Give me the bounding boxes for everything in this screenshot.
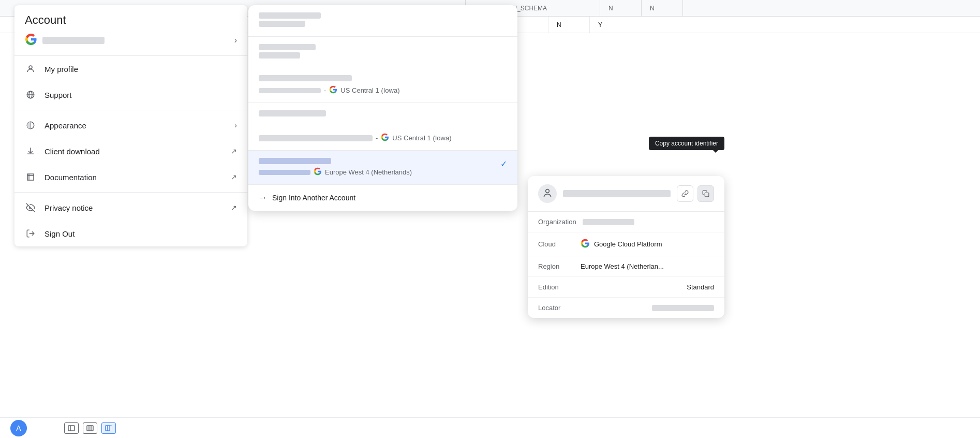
- book-icon: [25, 171, 36, 183]
- account-menu: Account › My profile: [14, 5, 247, 246]
- table-cell-n3: N: [548, 17, 590, 33]
- selected-region-label: Europe West 4 (Netherlands): [325, 168, 412, 176]
- info-panel-header: [528, 176, 724, 212]
- appearance-chevron-icon: ›: [234, 121, 237, 129]
- layout-left-panel-button[interactable]: [64, 422, 79, 434]
- account-item-5[interactable]: - US Central 1 (Iowa): [248, 126, 517, 150]
- info-row-edition: Edition Standard: [528, 277, 724, 298]
- eye-slash-icon: [25, 202, 36, 213]
- account-switcher: - US Central 1 (Iowa) -: [248, 5, 517, 211]
- account-name: [42, 37, 105, 44]
- gcp-logo-icon-selected: [314, 167, 322, 177]
- info-row-region: Region Europe West 4 (Netherlan...: [528, 256, 724, 277]
- account-item-2[interactable]: [248, 37, 517, 68]
- selected-account-name: [259, 158, 331, 164]
- account-item-4[interactable]: [248, 103, 517, 126]
- svg-rect-7: [705, 193, 709, 197]
- cloud-label: Cloud: [538, 240, 574, 248]
- account-email-blur-2: [259, 52, 300, 59]
- table-col-n1: N: [600, 0, 642, 16]
- region-value: Europe West 4 (Netherlan...: [581, 262, 714, 270]
- chevron-right-icon: ›: [234, 36, 237, 45]
- menu-divider-2: [14, 192, 247, 193]
- sidebar-item-privacy-notice[interactable]: Privacy notice ↗: [14, 195, 247, 221]
- info-row-locator: Locator: [528, 298, 724, 318]
- table-col-n2: N: [642, 0, 683, 16]
- account-name-blur-5: [259, 135, 373, 141]
- locator-value-blur: [652, 305, 714, 311]
- gcp-logo-icon-5: [381, 133, 389, 143]
- account-header: Account ›: [14, 5, 247, 56]
- sign-out-icon: [25, 228, 36, 239]
- region-label: Region: [538, 262, 574, 270]
- account-name-blur-2: [259, 44, 316, 50]
- person-icon: [25, 63, 36, 75]
- sign-into-another-label: Sign Into Another Account: [272, 194, 355, 202]
- edition-value: Standard: [581, 283, 714, 291]
- client-download-label: Client download: [44, 147, 222, 156]
- bottom-bar: A: [0, 417, 980, 438]
- link-button[interactable]: [677, 185, 693, 202]
- arrow-right-icon: →: [259, 193, 267, 202]
- selected-account-item[interactable]: Europe West 4 (Netherlands) ✓: [248, 151, 517, 184]
- org-value-blur: [583, 219, 634, 225]
- account-name-blur-info: [563, 190, 671, 197]
- sign-out-label: Sign Out: [44, 229, 237, 238]
- region-label-5: US Central 1 (Iowa): [392, 134, 451, 142]
- cloud-value: Google Cloud Platform: [581, 239, 714, 250]
- user-avatar[interactable]: A: [10, 420, 27, 436]
- sidebar-item-sign-out[interactable]: Sign Out: [14, 221, 247, 246]
- region-label-3: US Central 1 (Iowa): [340, 86, 399, 94]
- gcp-cloud-logo-icon: [581, 239, 590, 250]
- documentation-label: Documentation: [44, 173, 222, 182]
- globe-icon: [25, 89, 36, 100]
- svg-point-0: [29, 66, 32, 69]
- sidebar-item-support[interactable]: Support: [14, 82, 247, 108]
- selected-account-sub: [259, 170, 310, 175]
- cloud-platform-label: Google Cloud Platform: [594, 240, 662, 248]
- dash-separator-3: -: [324, 86, 326, 94]
- layout-right-panel-button[interactable]: [101, 422, 116, 434]
- account-avatar-icon: [538, 184, 557, 203]
- avatar-letter: A: [16, 424, 21, 432]
- account-email-blur-1: [259, 21, 305, 27]
- support-label: Support: [44, 91, 237, 99]
- copy-identifier-button[interactable]: [697, 185, 714, 202]
- sidebar-item-documentation[interactable]: Documentation ↗: [14, 164, 247, 190]
- privacy-external-icon: ↗: [231, 203, 237, 212]
- check-icon: ✓: [500, 159, 507, 169]
- account-name-blur-3: [259, 75, 352, 81]
- client-download-external-icon: ↗: [231, 147, 237, 155]
- layout-middle-panel-button[interactable]: [83, 422, 97, 434]
- account-info-panel: Copy account identifier Organization: [528, 176, 724, 318]
- account-item-3[interactable]: - US Central 1 (Iowa): [248, 68, 517, 103]
- appearance-icon: [25, 120, 36, 131]
- info-row-org: Organization: [528, 212, 724, 232]
- gcp-logo-icon-3: [329, 85, 337, 95]
- info-row-cloud: Cloud Google Cloud Platform: [528, 232, 724, 256]
- org-label: Organization: [538, 218, 576, 226]
- account-name-blur-4: [259, 110, 326, 116]
- documentation-external-icon: ↗: [231, 173, 237, 181]
- account-item-1[interactable]: [248, 5, 517, 36]
- table-cell-y: Y: [590, 17, 631, 33]
- account-sub-blur-3: [259, 88, 321, 93]
- copy-tooltip: Copy account identifier: [649, 137, 724, 150]
- sign-into-another-button[interactable]: → Sign Into Another Account: [248, 184, 517, 211]
- sidebar-item-appearance[interactable]: Appearance ›: [14, 112, 247, 138]
- account-name-blur-1: [259, 12, 321, 19]
- menu-divider-1: [14, 110, 247, 110]
- edition-label: Edition: [538, 283, 574, 291]
- sidebar-item-my-profile[interactable]: My profile: [14, 56, 247, 82]
- locator-label: Locator: [538, 304, 574, 312]
- google-logo-icon: [25, 33, 37, 47]
- layout-icons: [64, 422, 116, 434]
- dash-separator-5: -: [376, 134, 378, 142]
- appearance-label: Appearance: [44, 121, 226, 130]
- svg-rect-16: [110, 426, 112, 431]
- account-title: Account: [25, 13, 237, 27]
- sidebar-item-client-download[interactable]: Client download ↗: [14, 138, 247, 164]
- my-profile-label: My profile: [44, 65, 237, 74]
- download-icon: [25, 145, 36, 157]
- svg-rect-10: [87, 426, 93, 431]
